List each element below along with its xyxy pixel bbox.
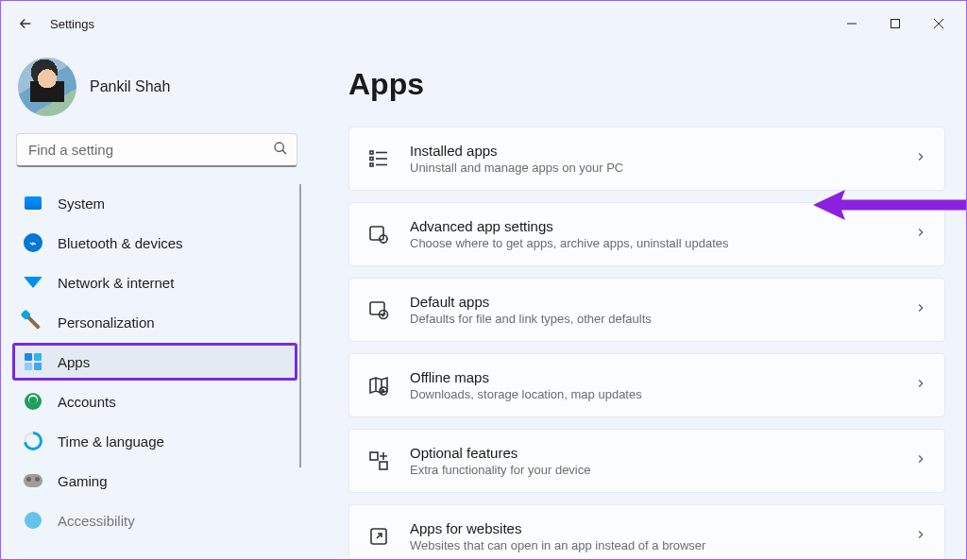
app-check-icon bbox=[366, 297, 391, 322]
card-optional-features[interactable]: Optional featuresExtra functionality for… bbox=[348, 429, 945, 493]
search-wrap bbox=[16, 133, 297, 167]
sidebar-item-label: Gaming bbox=[58, 473, 108, 489]
wifi-icon bbox=[24, 273, 42, 292]
card-default-apps[interactable]: Default appsDefaults for file and link t… bbox=[348, 278, 945, 342]
accessibility-icon bbox=[24, 511, 42, 530]
sidebar-item-accessibility[interactable]: Accessibility bbox=[12, 501, 297, 539]
card-subtitle: Websites that can open in an app instead… bbox=[410, 538, 895, 552]
sidebar-item-accounts[interactable]: Accounts bbox=[12, 382, 297, 420]
svg-rect-4 bbox=[370, 151, 373, 154]
svg-rect-12 bbox=[370, 302, 384, 314]
card-title: Apps for websites bbox=[410, 520, 895, 536]
card-subtitle: Uninstall and manage apps on your PC bbox=[410, 161, 895, 175]
sidebar-item-label: Accounts bbox=[58, 394, 116, 410]
sidebar-item-network[interactable]: Network & internet bbox=[12, 263, 297, 301]
app-gear-icon bbox=[366, 222, 391, 246]
svg-rect-5 bbox=[370, 158, 373, 161]
sidebar-item-gaming[interactable]: Gaming bbox=[12, 462, 297, 500]
apps-icon bbox=[24, 352, 42, 371]
card-advanced-app-settings[interactable]: Advanced app settingsChoose where to get… bbox=[348, 202, 945, 266]
main-panel: Apps Installed appsUninstall and manage … bbox=[313, 46, 966, 560]
nav-scroll-indicator bbox=[299, 184, 301, 467]
maximize-icon bbox=[890, 18, 901, 29]
card-title: Default apps bbox=[410, 294, 895, 310]
svg-rect-16 bbox=[380, 462, 387, 469]
svg-point-2 bbox=[275, 143, 283, 151]
settings-cards: Installed appsUninstall and manage apps … bbox=[348, 127, 945, 560]
chevron-right-icon bbox=[914, 226, 927, 243]
profile-block[interactable]: Pankil Shah bbox=[12, 52, 301, 133]
map-download-icon bbox=[366, 373, 391, 398]
app-title: Settings bbox=[50, 17, 94, 31]
titlebar: Settings bbox=[1, 1, 966, 46]
sidebar-item-label: Network & internet bbox=[58, 275, 174, 291]
sidebar-item-apps[interactable]: Apps bbox=[12, 343, 297, 381]
sidebar-item-label: Accessibility bbox=[58, 513, 135, 529]
svg-rect-10 bbox=[370, 227, 383, 240]
svg-line-3 bbox=[282, 150, 286, 154]
chevron-right-icon bbox=[914, 452, 927, 469]
card-subtitle: Defaults for file and link types, other … bbox=[410, 312, 895, 326]
sidebar-item-label: Apps bbox=[58, 354, 90, 370]
card-installed-apps[interactable]: Installed appsUninstall and manage apps … bbox=[348, 127, 945, 191]
sidebar-item-label: Personalization bbox=[58, 314, 155, 331]
sidebar-item-label: Bluetooth & devices bbox=[58, 235, 183, 251]
card-offline-maps[interactable]: Offline mapsDownloads, storage location,… bbox=[348, 353, 945, 417]
card-title: Optional features bbox=[410, 445, 895, 461]
window-controls bbox=[830, 8, 960, 39]
bluetooth-icon: ⌁ bbox=[24, 233, 42, 252]
maximize-button[interactable] bbox=[874, 8, 917, 39]
chevron-right-icon bbox=[914, 150, 927, 167]
card-title: Installed apps bbox=[410, 143, 895, 159]
card-apps-for-websites[interactable]: Apps for websitesWebsites that can open … bbox=[348, 504, 945, 560]
minimize-icon bbox=[846, 18, 857, 29]
svg-rect-15 bbox=[370, 452, 378, 460]
card-title: Offline maps bbox=[410, 369, 895, 385]
card-subtitle: Downloads, storage location, map updates bbox=[410, 387, 895, 401]
back-button[interactable] bbox=[7, 5, 44, 42]
close-icon bbox=[933, 18, 944, 29]
sidebar-item-system[interactable]: System bbox=[12, 184, 297, 222]
card-title: Advanced app settings bbox=[410, 218, 895, 234]
profile-name: Pankil Shah bbox=[90, 78, 170, 95]
person-icon bbox=[24, 392, 42, 411]
sidebar-item-label: Time & language bbox=[58, 433, 164, 450]
page-title: Apps bbox=[348, 67, 945, 102]
svg-rect-6 bbox=[370, 163, 373, 166]
svg-rect-1 bbox=[891, 20, 900, 28]
chevron-right-icon bbox=[914, 301, 927, 318]
nav-list: System ⌁Bluetooth & devices Network & in… bbox=[12, 184, 301, 539]
sidebar-item-time[interactable]: Time & language bbox=[12, 422, 297, 460]
chevron-right-icon bbox=[914, 528, 927, 545]
close-button[interactable] bbox=[917, 8, 960, 39]
sidebar: Pankil Shah System ⌁Bluetooth & devices … bbox=[1, 46, 313, 560]
avatar bbox=[18, 58, 76, 116]
search-icon bbox=[273, 141, 288, 160]
sidebar-item-label: System bbox=[58, 195, 105, 212]
chevron-right-icon bbox=[914, 377, 927, 394]
gamepad-icon bbox=[24, 471, 42, 490]
card-subtitle: Choose where to get apps, archive apps, … bbox=[410, 236, 895, 250]
system-icon bbox=[24, 194, 42, 212]
minimize-button[interactable] bbox=[830, 8, 874, 39]
brush-icon bbox=[24, 313, 42, 331]
add-feature-icon bbox=[366, 449, 391, 473]
card-subtitle: Extra functionality for your device bbox=[410, 463, 895, 477]
search-input[interactable] bbox=[16, 133, 297, 167]
sidebar-item-personalization[interactable]: Personalization bbox=[12, 303, 297, 341]
clock-globe-icon bbox=[24, 432, 42, 450]
arrow-left-icon bbox=[17, 15, 34, 32]
sidebar-item-bluetooth[interactable]: ⌁Bluetooth & devices bbox=[12, 224, 297, 262]
list-icon bbox=[366, 146, 391, 171]
open-external-icon bbox=[366, 524, 391, 549]
